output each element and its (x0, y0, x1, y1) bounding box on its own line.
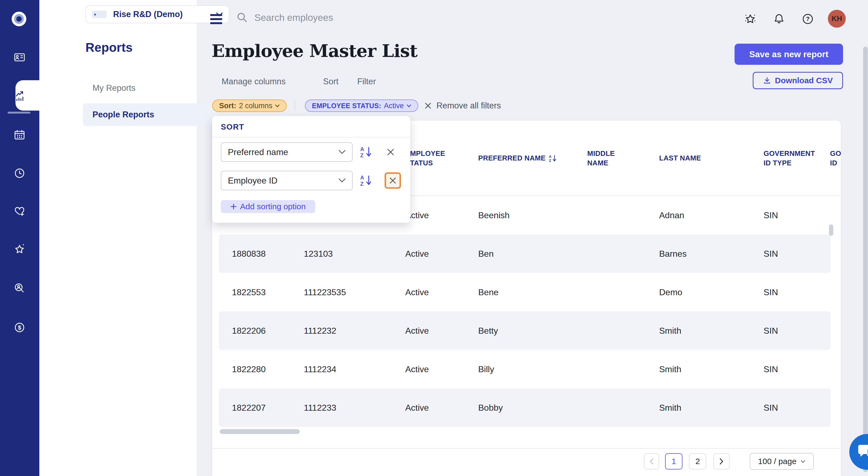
table-cell: Betty (478, 326, 498, 336)
icon-rail: $ (0, 0, 39, 476)
table-row[interactable]: 1822206 1112232 Active Betty Smith SIN (212, 311, 841, 350)
sort-direction-toggle-1[interactable]: A Z (360, 146, 372, 158)
employee-status-chip[interactable]: EMPLOYEE STATUS: Active (305, 100, 418, 112)
help-icon[interactable]: ? (801, 12, 814, 26)
calendar-icon[interactable] (13, 129, 26, 141)
people-directory-icon[interactable] (13, 52, 26, 63)
tab-filter[interactable]: Filter (357, 77, 376, 87)
remove-sort-1-button[interactable] (386, 147, 396, 157)
plus-icon (230, 203, 237, 210)
chevron-down-icon (339, 150, 346, 154)
footer-divider (212, 448, 841, 449)
time-clock-icon[interactable] (13, 167, 26, 179)
sidebar-item-people-reports[interactable]: People Reports (83, 103, 216, 126)
remove-sort-2-button-highlighted[interactable] (384, 172, 401, 189)
pagination-page-2[interactable]: 2 (689, 453, 706, 470)
table-cell: Adnan (659, 210, 684, 220)
remove-all-filters[interactable]: Remove all filters (425, 101, 501, 111)
pagination-page-1[interactable]: 1 (665, 453, 682, 470)
pagination-next-button[interactable] (713, 453, 730, 470)
avatar[interactable]: KH (828, 10, 846, 28)
search-input[interactable] (254, 12, 418, 23)
download-icon (763, 76, 771, 84)
tab-label: Manage columns (222, 77, 286, 86)
org-selector[interactable]: Rise R&D (Demo) (86, 5, 229, 23)
column-header-government-id[interactable]: GOVERNMENT ID (830, 149, 841, 168)
table-cell: 1822280 (232, 364, 266, 374)
column-header-middle-name[interactable]: MIDDLE NAME (587, 149, 620, 168)
column-header-employee-status[interactable]: EMPLOYEE STATUS (405, 149, 448, 168)
sort-chip[interactable]: Sort: 2 columns (212, 100, 287, 112)
sort-field-value: Preferred name (228, 147, 339, 157)
table-cell: 1822207 (232, 403, 266, 413)
chevron-down-icon (275, 104, 280, 107)
pagination-prev-button[interactable] (644, 453, 659, 470)
chevron-left-icon (649, 458, 654, 465)
tab-manage-columns[interactable]: Manage columns (222, 77, 286, 87)
performance-star-icon[interactable] (13, 243, 26, 256)
recruiting-person-search-icon[interactable] (13, 282, 26, 294)
table-cell: 111223535 (304, 287, 346, 297)
chevron-down-icon (339, 178, 346, 183)
table-cell: SIN (764, 287, 778, 297)
table-cell: Active (405, 249, 429, 259)
save-button-label: Save as new report (749, 49, 828, 59)
table-cell: Billy (478, 364, 494, 374)
chat-bubbles-icon (858, 443, 868, 461)
save-as-new-report-button[interactable]: Save as new report (735, 44, 843, 65)
horizontal-scrollbar-thumb[interactable] (220, 429, 300, 434)
sort-az-icon: A Z (549, 154, 557, 162)
sort-direction-toggle-2[interactable]: A Z (360, 174, 372, 187)
table-cell: SIN (764, 364, 778, 374)
benefits-heart-icon[interactable] (13, 206, 26, 218)
chevron-down-icon (801, 460, 805, 463)
table-cell: Active (405, 364, 429, 374)
svg-text:?: ? (806, 15, 809, 22)
chevron-right-icon (719, 458, 724, 465)
table-cell: SIN (764, 403, 778, 413)
payroll-dollar-icon[interactable]: $ (13, 321, 26, 333)
page-scrollbar-thumb[interactable] (863, 47, 868, 472)
search-icon (237, 12, 248, 23)
add-sorting-option-button[interactable]: Add sorting option (221, 200, 315, 213)
add-sorting-option-label: Add sorting option (240, 202, 306, 211)
sidebar-item-my-reports[interactable]: My Reports (83, 77, 216, 100)
table-cell: 123103 (304, 249, 333, 259)
rail-divider (8, 112, 30, 113)
download-csv-button[interactable]: Download CSV (753, 72, 843, 89)
sort-field-select-1[interactable]: Preferred name (221, 142, 352, 162)
vertical-scrollbar-thumb[interactable] (829, 225, 833, 236)
page-size-select[interactable]: 100 / page (750, 453, 814, 470)
table-row[interactable]: 1822280 1112234 Active Billy Smith SIN (212, 350, 841, 388)
table-row[interactable]: 1880838 123103 Active Ben Barnes SIN (212, 235, 841, 273)
brand-logo-icon[interactable] (11, 11, 27, 27)
table-row[interactable]: 1822553 111223535 Active Bene Demo SIN (212, 273, 841, 311)
svg-text:A: A (549, 154, 552, 158)
app-root: $ Rise R&D (Demo) Reports My Reports Peo… (0, 0, 868, 476)
avatar-initials: KH (832, 14, 842, 23)
table-cell: 1112232 (304, 326, 336, 336)
sidebar-section-title: Reports (86, 40, 133, 55)
favorites-star-icon[interactable] (744, 12, 757, 26)
chat-widget-button[interactable] (849, 434, 868, 470)
table-cell: SIN (764, 249, 778, 259)
table-row[interactable]: 1822207 1112233 Active Bobby Smith SIN (212, 388, 841, 427)
table-cell: 1112234 (304, 364, 336, 374)
notifications-bell-icon[interactable] (773, 12, 785, 26)
sort-field-value: Employee ID (228, 176, 339, 186)
table-cell: Smith (659, 326, 681, 336)
column-header-last-name[interactable]: LAST NAME (659, 154, 701, 163)
reports-analytics-icon[interactable] (14, 90, 27, 102)
tab-sort[interactable]: Sort (323, 77, 339, 87)
column-header-government-id-type[interactable]: GOVERNMENT ID TYPE (764, 149, 812, 168)
hamburger-menu-icon[interactable] (210, 14, 222, 24)
org-logo (92, 10, 106, 18)
column-header-preferred-name[interactable]: PREFERRED NAME A Z (478, 154, 557, 163)
sort-field-select-2[interactable]: Employee ID (221, 171, 352, 190)
table-cell: Active (405, 403, 429, 413)
global-search[interactable] (237, 12, 418, 23)
svg-text:$: $ (18, 324, 21, 331)
tab-label: Filter (357, 77, 376, 86)
table-cell: Active (405, 326, 429, 336)
column-header-label: PREFERRED NAME (478, 154, 546, 163)
